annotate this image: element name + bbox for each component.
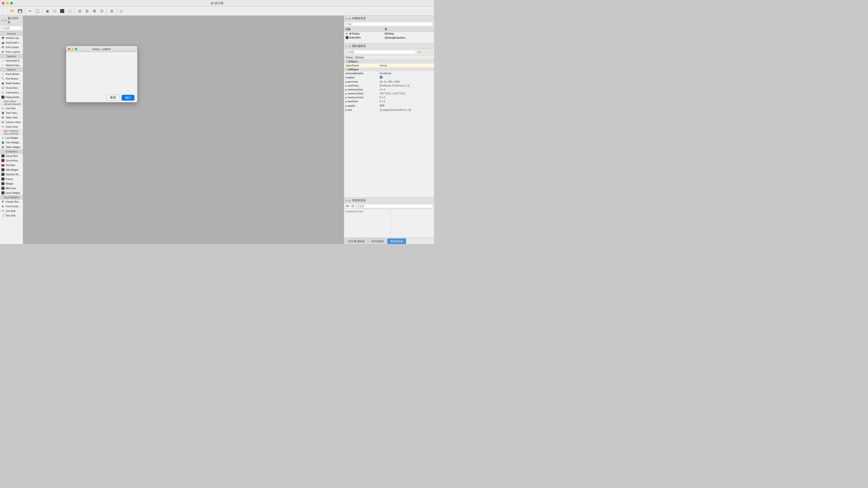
tree-expand-arrow[interactable]: ▼ (345, 32, 348, 35)
prop-editor-float-icon[interactable]: ⊙ (348, 45, 351, 48)
widget-item-frame[interactable]: ⬛ Frame (0, 177, 23, 181)
prop-value[interactable]: 0 x 0 (378, 99, 434, 104)
table-row[interactable]: ▼ 🖥 Dialog QDialog (344, 32, 434, 36)
widget-item-stacked-widget[interactable]: ⬛ Stacked Widget (0, 172, 23, 177)
tab-action-editor[interactable]: 动作编辑器 (368, 238, 387, 244)
layout-h-button[interactable]: ⊟ (76, 8, 83, 15)
widget-item-vertical-layout[interactable]: ⬒ Vertical Layout (0, 36, 23, 40)
cut-button[interactable]: ✂ (27, 8, 33, 15)
widget-item-dialog-button-box[interactable]: ⬛ Dialog Button Box (0, 95, 23, 99)
obj-inspector-close-icon[interactable]: × (345, 17, 347, 20)
layout-v-button[interactable]: ⊞ (84, 8, 90, 15)
widget-item-radio-button[interactable]: ◉ Radio Button (0, 81, 23, 86)
prop-value[interactable]: [(0, 0), 400 x 300] (378, 80, 434, 84)
panel-close-icon[interactable]: × (1, 19, 3, 22)
prop-remove-button[interactable]: — (422, 50, 427, 54)
widget-item-command-link-button[interactable]: ▷ Command Link Button (0, 90, 23, 95)
prop-expand-icon[interactable]: ▶ (345, 81, 347, 83)
widget-item-mdi-area[interactable]: ⬛ MDI Area (0, 186, 23, 191)
adjust-size-button[interactable]: ⬡ (51, 8, 58, 15)
widget-item-combo-box[interactable]: ▼ Combo Box (0, 199, 23, 204)
preview-button[interactable]: ▷ (118, 8, 125, 15)
widget-item-horizontal-layout[interactable]: ⬓ Horizontal Layout (0, 40, 23, 45)
prop-value[interactable]: 0 x 0 (378, 88, 434, 92)
prop-expand-icon[interactable]: ▶ (345, 85, 347, 87)
prop-value[interactable]: Dialog (378, 64, 434, 67)
break2-button[interactable]: ⊗ (108, 8, 115, 15)
widget-item-dock-widget[interactable]: ⬛ Dock Widget (0, 191, 23, 195)
prop-expand-icon[interactable]: ▶ (345, 101, 347, 103)
res-refresh-button[interactable]: ↺ (350, 204, 355, 208)
widget-item-text-edit[interactable]: 📝 Text Edit (0, 213, 23, 218)
layout-form-button[interactable]: ⊡ (98, 8, 105, 15)
table-row[interactable]: ⬛ buttonBox QDialogButtonBox (344, 36, 434, 40)
prop-editor-close-icon[interactable]: × (345, 45, 347, 48)
prop-value[interactable]: [Preferred, Preferred, 0, 0] (378, 84, 434, 88)
widget-item-tool-box[interactable]: 🧰 Tool Box (0, 163, 23, 168)
horiz-layout-button[interactable]: ⬛ (59, 8, 66, 15)
prop-expand-icon[interactable]: ▶ (345, 96, 347, 99)
res-browser-float-icon[interactable]: ⊙ (348, 199, 351, 202)
widget-item-line-edit[interactable]: ✏ Line Edit (0, 209, 23, 213)
dialog-maximize-button[interactable] (75, 48, 77, 50)
prop-expand-icon[interactable]: ▶ (345, 89, 347, 91)
widget-item-tree-widget[interactable]: 🌲 Tree Widget (0, 140, 23, 145)
break-layout-button[interactable]: ⬜ (66, 8, 73, 15)
prop-value[interactable]: 16777215 x 16777215 (378, 92, 434, 95)
layout-grid-button[interactable]: ⊠ (91, 8, 98, 15)
widget-item-widget[interactable]: ⬛ Widget (0, 181, 23, 186)
tab-resource-browser[interactable]: 资源浏览器 (387, 238, 406, 244)
maximize-button[interactable] (10, 2, 13, 5)
widget-item-column-view[interactable]: ⊟ Column View (0, 120, 23, 124)
widget-item-check-box[interactable]: ☑ Check Box (0, 86, 23, 90)
open-button[interactable]: 📂 (9, 8, 16, 15)
prop-category-expand[interactable]: ▼ (345, 68, 347, 71)
res-browser-close-icon[interactable]: × (345, 199, 347, 202)
widget-item-list-view[interactable]: ≡ List View (0, 106, 23, 111)
prop-value[interactable]: A [.AppleSystemUIFont, 13] (378, 108, 434, 112)
widget-item-undo-view[interactable]: ↩ Undo View (0, 124, 23, 129)
copy-button[interactable]: 📋 (34, 8, 41, 15)
save-button[interactable]: 💾 (17, 8, 24, 15)
dialog-cancel-button[interactable]: 取消 (106, 94, 120, 101)
prop-expand-icon[interactable]: ▶ (345, 105, 347, 107)
prop-value[interactable]: NonModal (378, 71, 434, 76)
prop-expand-icon[interactable]: ▶ (345, 109, 347, 111)
tab-signal-slot-editor[interactable]: 信号/槽 编辑器 (345, 238, 368, 244)
prop-value[interactable] (378, 76, 434, 80)
close-button[interactable] (2, 2, 5, 5)
dialog-ok-button[interactable]: 确定 (122, 95, 134, 101)
widget-item-tab-widget[interactable]: ⬛ Tab Widget (0, 168, 23, 172)
widget-item-table-view[interactable]: ⊞ Table View (0, 115, 23, 120)
prop-checkbox[interactable] (380, 76, 382, 79)
widget-search-input[interactable] (1, 26, 22, 30)
dialog-close-button[interactable] (68, 48, 70, 50)
select-widget-button[interactable]: ▣ (44, 8, 51, 15)
widget-item-scroll-area[interactable]: ⬛ Scroll Area (0, 158, 23, 163)
prop-value[interactable]: 继承 (378, 104, 434, 108)
res-edit-button[interactable]: ✏ (345, 204, 350, 208)
new-file-button[interactable]: 📄 (2, 8, 9, 15)
widget-item-tree-view[interactable]: 🌲 Tree View (0, 111, 23, 115)
widget-item-list-widget[interactable]: ≡ List Widget (0, 136, 23, 140)
widget-item-tool-button[interactable]: 🔧 Tool Button (0, 76, 23, 81)
widget-item-grid-layout[interactable]: ⊞ Grid Layout (0, 45, 23, 50)
prop-filter-input[interactable] (345, 50, 416, 54)
obj-inspector-float-icon[interactable]: ⊙ (348, 17, 351, 20)
widget-item-vertical-spacer[interactable]: ↕ Vertical Spacer (0, 63, 23, 67)
widget-item-horizontal-spacer[interactable]: ↔ Horizontal Spacer (0, 58, 23, 63)
minimize-button[interactable] (6, 2, 9, 5)
res-filter-input[interactable] (356, 204, 433, 208)
panel-float-icon[interactable]: ⊙ (4, 19, 7, 22)
widget-item-form-layout[interactable]: ⊟ Form Layout (0, 50, 23, 54)
prop-value[interactable]: 0 x 0 (378, 95, 434, 99)
prop-edit-button[interactable]: ✎ (428, 50, 433, 54)
dialog-window[interactable]: Dialog - untitled* 取消 确定 (66, 46, 137, 103)
obj-inspector-filter-input[interactable] (345, 22, 433, 26)
widget-item-group-box[interactable]: ⬛ Group Box (0, 153, 23, 158)
prop-category-expand[interactable]: ▼ (345, 61, 347, 63)
prop-expand-icon[interactable]: ▶ (345, 92, 347, 95)
widget-item-push-button[interactable]: ⬜ Push Button (0, 72, 23, 76)
design-canvas[interactable]: Dialog - untitled* 取消 确定 (23, 16, 344, 244)
widget-item-font-combo-box[interactable]: A Font Combo Box (0, 204, 23, 209)
